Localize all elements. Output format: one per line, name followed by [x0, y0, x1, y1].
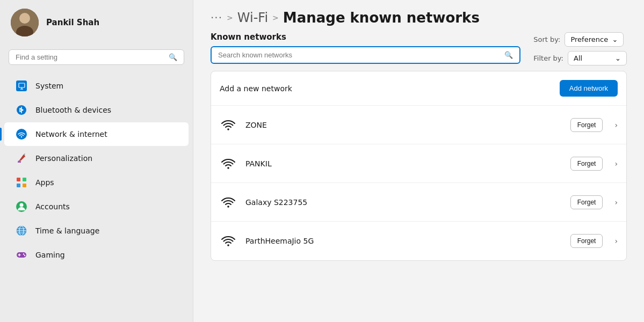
chevron-down-icon-2: ⌄	[615, 54, 621, 62]
svg-point-14	[20, 203, 24, 207]
sidebar-item-gaming-label: Gaming	[35, 251, 65, 259]
wifi-icon	[15, 128, 28, 141]
main-content: ··· > Wi-Fi > Manage known networks Know…	[193, 0, 644, 322]
network-row-galaxy: Galaxy S223755 Forget ›	[211, 183, 626, 222]
breadcrumb-wifi[interactable]: Wi-Fi	[237, 10, 268, 25]
user-name: Pankil Shah	[46, 18, 99, 27]
avatar	[11, 9, 39, 36]
bluetooth-icon	[15, 104, 28, 116]
sort-dropdown[interactable]: Preference ⌄	[565, 32, 624, 47]
svg-rect-3	[19, 83, 25, 87]
svg-point-25	[227, 128, 229, 130]
sidebar-item-bluetooth-label: Bluetooth & devices	[35, 106, 111, 114]
page-header: ··· > Wi-Fi > Manage known networks	[193, 0, 644, 32]
chevron-right-icon-zone[interactable]: ›	[614, 121, 618, 129]
svg-point-1	[19, 13, 30, 24]
network-name-parth: ParthHeemaJio 5G	[245, 237, 562, 245]
sidebar-item-apps-label: Apps	[35, 178, 54, 187]
networks-area: Known networks 🔍 Sort by: Preference ⌄	[193, 32, 644, 322]
network-search-input[interactable]	[218, 51, 500, 59]
page-title: Manage known networks	[283, 10, 480, 26]
sidebar-item-personalization-label: Personalization	[35, 154, 92, 163]
account-icon	[15, 200, 28, 213]
breadcrumb-sep2: >	[272, 13, 279, 22]
svg-point-26	[227, 167, 229, 169]
forget-button-pankil[interactable]: Forget	[570, 157, 603, 171]
gaming-icon	[15, 248, 28, 261]
user-profile[interactable]: Pankil Shah	[0, 0, 193, 45]
apps-icon	[15, 176, 28, 189]
chevron-right-icon-galaxy[interactable]: ›	[614, 198, 618, 207]
sidebar-item-system-label: System	[35, 82, 63, 90]
wifi-icon-galaxy	[220, 196, 237, 208]
svg-point-7	[16, 129, 27, 140]
sidebar-item-time[interactable]: Time & language	[4, 219, 189, 243]
wifi-icon-parth	[220, 235, 237, 247]
search-icon: 🔍	[169, 53, 177, 61]
add-new-label: Add a new network	[220, 84, 292, 93]
search-container: 🔍	[0, 45, 193, 71]
sidebar-item-personalization[interactable]: Personalization	[4, 147, 189, 170]
brush-icon	[15, 152, 28, 165]
chevron-right-icon-pankil[interactable]: ›	[614, 159, 618, 168]
network-row-pankil: PANKIL Forget ›	[211, 144, 626, 183]
wifi-icon-zone	[220, 119, 237, 131]
filter-label: Filter by:	[533, 54, 563, 62]
search-networks-icon: 🔍	[504, 51, 513, 59]
svg-point-28	[227, 244, 229, 246]
sidebar-item-bluetooth[interactable]: Bluetooth & devices	[4, 98, 189, 122]
network-row-zone: ZONE Forget ›	[211, 106, 626, 144]
sidebar-item-gaming[interactable]: Gaming	[4, 243, 189, 267]
network-search[interactable]: 🔍	[211, 46, 520, 64]
network-list: Add a new network Add network ZONE	[211, 71, 627, 261]
monitor-icon	[15, 79, 28, 92]
search-box[interactable]: 🔍	[9, 49, 184, 65]
svg-point-24	[24, 255, 25, 256]
breadcrumb-sep1: >	[227, 13, 233, 22]
forget-button-galaxy[interactable]: Forget	[570, 195, 603, 209]
chevron-right-icon-parth[interactable]: ›	[614, 237, 618, 245]
network-name-galaxy: Galaxy S223755	[245, 198, 562, 207]
svg-rect-9	[17, 178, 20, 181]
filter-dropdown[interactable]: All ⌄	[568, 51, 627, 65]
svg-rect-12	[23, 184, 26, 187]
nav-items: System Bluetooth & devices	[0, 71, 193, 322]
sidebar-item-time-label: Time & language	[35, 226, 99, 235]
sidebar-item-network[interactable]: Network & internet	[4, 122, 189, 146]
add-network-button[interactable]: Add network	[560, 80, 618, 97]
sidebar: Pankil Shah 🔍	[0, 0, 193, 322]
sidebar-item-accounts-label: Accounts	[35, 202, 70, 211]
filter-group: Filter by: All ⌄	[533, 51, 627, 65]
svg-rect-10	[23, 178, 26, 181]
search-input[interactable]	[16, 53, 164, 61]
svg-point-23	[23, 253, 24, 254]
breadcrumb-dots[interactable]: ···	[211, 11, 222, 24]
sort-group: Sort by: Preference ⌄	[533, 32, 627, 47]
network-row-parth: ParthHeemaJio 5G Forget ›	[211, 222, 626, 260]
sidebar-item-network-label: Network & internet	[35, 130, 107, 138]
sidebar-item-apps[interactable]: Apps	[4, 171, 189, 194]
sort-value: Preference	[570, 35, 608, 43]
svg-point-27	[227, 206, 229, 208]
sort-label: Sort by:	[533, 35, 560, 43]
sidebar-item-accounts[interactable]: Accounts	[4, 195, 189, 218]
network-name-zone: ZONE	[245, 121, 562, 129]
svg-rect-11	[17, 184, 20, 187]
svg-point-8	[21, 136, 22, 137]
known-networks-label: Known networks	[211, 32, 520, 42]
network-name-pankil: PANKIL	[245, 159, 562, 168]
add-network-row: Add a new network Add network	[211, 71, 626, 106]
filter-value: All	[574, 54, 582, 62]
forget-button-zone[interactable]: Forget	[570, 118, 603, 132]
globe-icon	[15, 224, 28, 237]
wifi-icon-pankil	[220, 158, 237, 170]
sidebar-item-system[interactable]: System	[4, 74, 189, 98]
chevron-down-icon: ⌄	[612, 35, 618, 43]
forget-button-parth[interactable]: Forget	[570, 234, 603, 248]
